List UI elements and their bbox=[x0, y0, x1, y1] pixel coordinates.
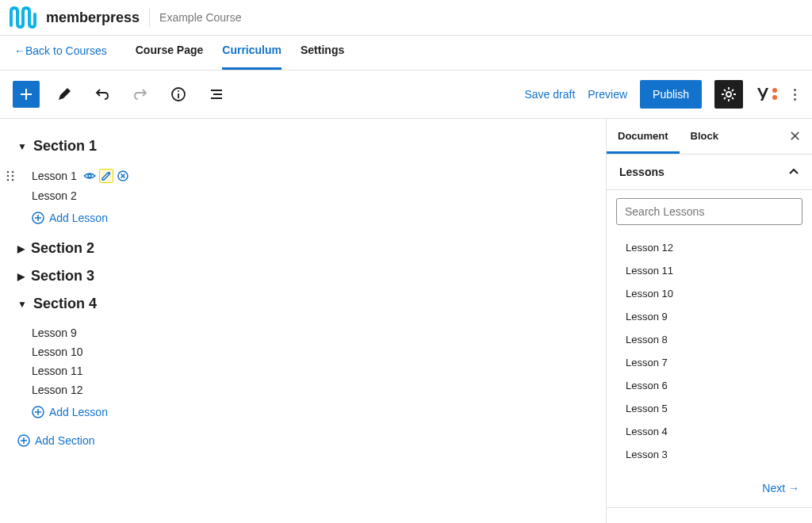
sidebar-tab-document[interactable]: Document bbox=[607, 119, 680, 154]
lesson-row[interactable]: Lesson 12 bbox=[17, 380, 588, 399]
add-lesson-label: Add Lesson bbox=[49, 406, 108, 418]
sidebar-close-button[interactable]: ✕ bbox=[778, 128, 812, 145]
add-section-button[interactable]: Add Section bbox=[17, 434, 588, 447]
lessons-panel-header[interactable]: Lessons bbox=[607, 155, 812, 190]
list-item[interactable]: Lesson 10 bbox=[607, 282, 812, 305]
sidebar-panel: Document Block ✕ Lessons Lesson 12 Lesso… bbox=[606, 119, 812, 523]
info-icon bbox=[170, 86, 186, 102]
lesson-row[interactable]: Lesson 1 bbox=[17, 166, 588, 186]
lesson-label: Lesson 1 bbox=[32, 170, 77, 182]
lesson-row[interactable]: Lesson 9 bbox=[17, 323, 588, 342]
list-item[interactable]: Lesson 12 bbox=[607, 236, 812, 259]
list-item[interactable]: Lesson 11 bbox=[607, 259, 812, 282]
divider bbox=[149, 8, 150, 27]
edit-lesson-button[interactable] bbox=[99, 169, 113, 183]
brand-logo-group: memberpress bbox=[10, 6, 140, 29]
save-draft-button[interactable]: Save draft bbox=[524, 88, 575, 101]
add-block-button[interactable] bbox=[13, 81, 40, 108]
back-to-courses-link[interactable]: ← Back to Courses bbox=[14, 44, 107, 70]
list-item[interactable]: Lesson 3 bbox=[607, 443, 812, 466]
svg-point-4 bbox=[772, 95, 777, 100]
list-item[interactable]: Lesson 9 bbox=[607, 305, 812, 328]
section-title: Section 1 bbox=[33, 138, 97, 155]
list-item[interactable]: Lesson 5 bbox=[607, 397, 812, 420]
drag-handle-icon[interactable] bbox=[6, 170, 14, 181]
caret-right-icon: ▶ bbox=[17, 271, 25, 282]
caret-right-icon: ▶ bbox=[17, 243, 25, 254]
tab-course-page[interactable]: Course Page bbox=[136, 36, 204, 70]
body-layout: ▼ Section 1 Lesson 1 Lesson 2 Add Lesson… bbox=[0, 119, 812, 523]
undo-icon bbox=[94, 86, 110, 102]
preview-button[interactable]: Preview bbox=[588, 88, 627, 101]
curriculum-main: ▼ Section 1 Lesson 1 Lesson 2 Add Lesson… bbox=[0, 119, 606, 523]
plus-circle-icon bbox=[17, 434, 30, 447]
next-page-button[interactable]: Next → bbox=[607, 469, 812, 508]
search-lessons-input[interactable] bbox=[616, 198, 802, 225]
lesson-label: Lesson 12 bbox=[32, 384, 83, 396]
list-item[interactable]: Lesson 8 bbox=[607, 328, 812, 351]
svg-point-8 bbox=[12, 175, 14, 178]
arrow-left-icon: ← bbox=[14, 44, 25, 57]
panel-title: Lessons bbox=[619, 166, 665, 178]
svg-point-5 bbox=[7, 171, 10, 174]
undo-button[interactable] bbox=[89, 81, 116, 108]
list-item[interactable]: Lesson 6 bbox=[607, 374, 812, 397]
lesson-row[interactable]: Lesson 10 bbox=[17, 342, 588, 361]
svg-point-3 bbox=[772, 88, 777, 93]
edit-mode-button[interactable] bbox=[51, 81, 78, 108]
svg-point-1 bbox=[178, 90, 179, 92]
lesson-row[interactable]: Lesson 2 bbox=[17, 186, 588, 205]
yoast-icon bbox=[756, 86, 770, 102]
section-header-1[interactable]: ▼ Section 1 bbox=[17, 138, 588, 155]
more-options-button[interactable] bbox=[791, 86, 799, 104]
svg-point-6 bbox=[12, 171, 14, 174]
add-lesson-button[interactable]: Add Lesson bbox=[32, 212, 588, 224]
svg-point-10 bbox=[12, 179, 14, 181]
outline-button[interactable] bbox=[203, 81, 230, 108]
pencil-icon bbox=[56, 86, 72, 102]
close-icon: ✕ bbox=[789, 128, 801, 144]
redo-button[interactable] bbox=[127, 81, 154, 108]
sidebar-tabs: Document Block ✕ bbox=[607, 119, 812, 155]
chevron-up-icon bbox=[788, 166, 799, 178]
plus-icon bbox=[18, 86, 34, 102]
remove-lesson-button[interactable] bbox=[117, 170, 129, 182]
add-lesson-button[interactable]: Add Lesson bbox=[32, 406, 588, 418]
lesson-label: Lesson 11 bbox=[32, 365, 83, 377]
caret-down-icon: ▼ bbox=[17, 141, 27, 152]
publish-button[interactable]: Publish bbox=[640, 80, 702, 109]
next-label: Next bbox=[762, 482, 785, 494]
settings-toggle-button[interactable] bbox=[714, 80, 743, 109]
lesson-label: Lesson 10 bbox=[32, 345, 83, 358]
sidebar-tab-block[interactable]: Block bbox=[680, 119, 730, 154]
lesson-label: Lesson 2 bbox=[32, 189, 77, 202]
info-button[interactable] bbox=[165, 81, 192, 108]
arrow-right-icon: → bbox=[788, 482, 799, 494]
section-title: Section 2 bbox=[31, 240, 94, 257]
brand-name: memberpress bbox=[46, 10, 140, 26]
main-tabs: Course Page Curriculum Settings bbox=[136, 36, 345, 70]
view-lesson-button[interactable] bbox=[83, 170, 96, 182]
list-item[interactable]: Lesson 7 bbox=[607, 351, 812, 374]
svg-point-11 bbox=[88, 174, 91, 178]
section-header-2[interactable]: ▶ Section 2 bbox=[17, 240, 588, 257]
traffic-light-icon bbox=[772, 86, 778, 102]
caret-down-icon: ▼ bbox=[17, 299, 27, 310]
plus-circle-icon bbox=[32, 212, 44, 224]
lesson-actions bbox=[83, 169, 129, 183]
tab-settings[interactable]: Settings bbox=[301, 36, 344, 70]
svg-point-2 bbox=[726, 92, 731, 97]
yoast-indicator[interactable] bbox=[756, 86, 778, 102]
list-item[interactable]: Lesson 4 bbox=[607, 420, 812, 443]
section-header-4[interactable]: ▼ Section 4 bbox=[17, 296, 588, 312]
lesson-row[interactable]: Lesson 11 bbox=[17, 361, 588, 380]
course-title: Example Course bbox=[159, 11, 242, 24]
edit-icon bbox=[101, 170, 112, 181]
memberpress-logo-icon bbox=[10, 6, 36, 29]
svg-point-7 bbox=[7, 175, 10, 178]
eye-icon bbox=[83, 170, 96, 182]
tab-curriculum[interactable]: Curriculum bbox=[222, 36, 282, 70]
search-wrap bbox=[607, 190, 812, 233]
editor-toolbar: Save draft Preview Publish bbox=[0, 71, 812, 119]
section-header-3[interactable]: ▶ Section 3 bbox=[17, 268, 588, 284]
